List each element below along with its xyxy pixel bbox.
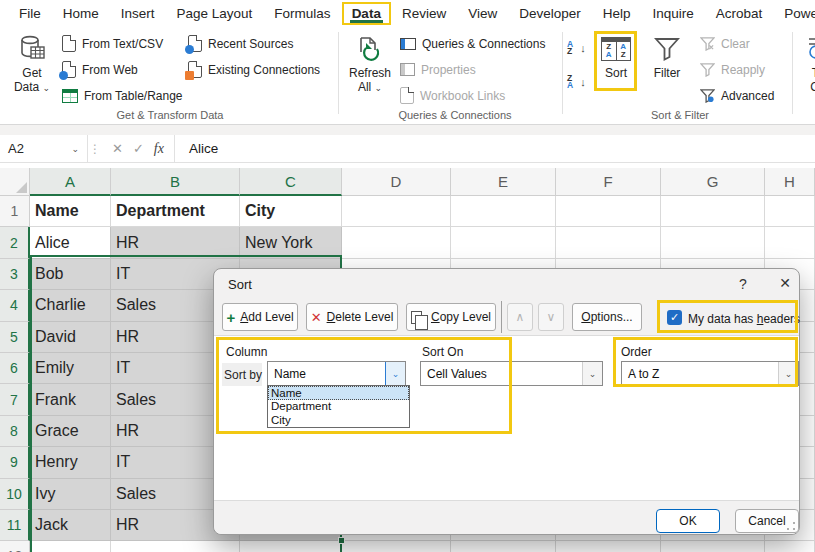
column-combo-chevron-icon[interactable]: ⌄ (385, 362, 405, 385)
row-header-8[interactable]: 8 (0, 416, 30, 447)
sort-on-combo-chevron-icon[interactable]: ⌄ (582, 362, 602, 385)
sort-on-combo[interactable]: Cell Values ⌄ (420, 361, 603, 386)
cell-B1[interactable]: Department (111, 196, 240, 227)
row-header-12[interactable]: 12 (0, 541, 30, 552)
column-header-C[interactable]: C (240, 168, 342, 196)
advanced-filter-button[interactable]: Advanced (700, 84, 774, 107)
cell-A2[interactable]: Alice (30, 227, 111, 258)
dropdown-option-city[interactable]: City (268, 413, 409, 427)
cell-E1[interactable] (451, 196, 556, 227)
cell-A11[interactable]: Jack (30, 510, 111, 541)
row-header-2[interactable]: 2 (0, 227, 30, 258)
select-all-corner[interactable] (0, 168, 30, 196)
menu-tab-acrobat[interactable]: Acrobat (705, 2, 774, 25)
sort-ascending-button[interactable]: AZ↓ (567, 36, 586, 59)
menu-tab-power-p[interactable]: Power P (773, 2, 815, 25)
cell-F1[interactable] (556, 196, 661, 227)
column-header-B[interactable]: B (111, 168, 240, 196)
cell-A4[interactable]: Charlie (30, 290, 111, 321)
insert-function-icon[interactable]: fx (154, 141, 164, 157)
cell-E12[interactable] (451, 541, 556, 552)
from-web-button[interactable]: From Web (62, 58, 138, 81)
row-header-11[interactable]: 11 (0, 510, 30, 541)
cell-H1[interactable] (765, 196, 815, 227)
cell-H12[interactable] (765, 541, 815, 552)
name-box-chevron-icon[interactable]: ⌄ (71, 144, 79, 154)
cell-G1[interactable] (661, 196, 765, 227)
recent-sources-button[interactable]: Recent Sources (188, 32, 293, 55)
existing-connections-button[interactable]: Existing Connections (188, 58, 320, 81)
cell-B2[interactable]: HR (111, 227, 240, 258)
get-data-button[interactable]: Get Data ⌄ (6, 30, 58, 106)
row-header-6[interactable]: 6 (0, 353, 30, 384)
menu-tab-view[interactable]: View (457, 2, 508, 25)
row-header-1[interactable]: 1 (0, 196, 30, 227)
add-level-button[interactable]: + Add Level (222, 303, 298, 331)
menu-tab-developer[interactable]: Developer (508, 2, 592, 25)
options-button[interactable]: Options... (572, 303, 642, 331)
order-combo-chevron-icon[interactable]: ⌄ (778, 362, 798, 385)
column-header-H[interactable]: H (765, 168, 815, 196)
row-header-9[interactable]: 9 (0, 447, 30, 478)
cell-C12[interactable] (240, 541, 342, 552)
cell-A10[interactable]: Ivy (30, 479, 111, 510)
text-to-columns-button[interactable]: Te Co (798, 30, 815, 106)
cell-H2[interactable] (765, 227, 815, 258)
cell-A12[interactable] (30, 541, 111, 552)
dialog-help-button[interactable]: ? (732, 276, 754, 292)
cell-A9[interactable]: Henry (30, 447, 111, 478)
queries-connections-button[interactable]: Queries & Connections (400, 32, 545, 55)
menu-tab-data[interactable]: Data (342, 2, 391, 25)
row-header-3[interactable]: 3 (0, 259, 30, 290)
delete-level-button[interactable]: ✕ Delete Level (306, 303, 398, 331)
menu-tab-formulas[interactable]: Formulas (263, 2, 341, 25)
column-combo[interactable]: Name ⌄ (267, 361, 406, 386)
copy-level-button[interactable]: Copy Level (406, 303, 496, 331)
cell-A8[interactable]: Grace (30, 416, 111, 447)
column-header-D[interactable]: D (342, 168, 451, 196)
menu-tab-inquire[interactable]: Inquire (642, 2, 705, 25)
column-header-E[interactable]: E (451, 168, 556, 196)
refresh-all-button[interactable]: Refresh All ⌄ (344, 30, 396, 106)
cell-A6[interactable]: Emily (30, 353, 111, 384)
cell-B12[interactable] (111, 541, 240, 552)
row-header-10[interactable]: 10 (0, 479, 30, 510)
cell-F12[interactable] (556, 541, 661, 552)
dropdown-option-name[interactable]: Name (268, 386, 409, 400)
column-header-G[interactable]: G (661, 168, 765, 196)
cell-A5[interactable]: David (30, 322, 111, 353)
cell-D2[interactable] (342, 227, 451, 258)
cell-A3[interactable]: Bob (30, 259, 111, 290)
cell-D12[interactable] (342, 541, 451, 552)
cancel-entry-icon[interactable]: ✕ (112, 141, 123, 156)
ok-button[interactable]: OK (656, 509, 720, 533)
column-header-F[interactable]: F (556, 168, 661, 196)
menu-tab-insert[interactable]: Insert (110, 2, 166, 25)
enter-entry-icon[interactable]: ✓ (133, 141, 144, 156)
formula-bar-handle[interactable]: ⋮ (88, 142, 102, 156)
name-box[interactable]: A2 ⌄ (0, 135, 88, 163)
from-text-csv-button[interactable]: From Text/CSV (62, 32, 163, 55)
resize-grip[interactable] (786, 521, 796, 531)
dialog-close-button[interactable]: ✕ (774, 275, 796, 291)
row-header-5[interactable]: 5 (0, 322, 30, 353)
cell-C1[interactable]: City (240, 196, 342, 227)
cell-A1[interactable]: Name (30, 196, 111, 227)
order-combo[interactable]: A to Z ⌄ (621, 361, 799, 386)
sort-button[interactable]: ZA AZ Sort (598, 30, 634, 106)
menu-tab-home[interactable]: Home (52, 2, 110, 25)
cell-F2[interactable] (556, 227, 661, 258)
my-data-has-headers-checkbox[interactable]: ✓ (667, 310, 682, 325)
cell-E2[interactable] (451, 227, 556, 258)
from-table-range-button[interactable]: From Table/Range (62, 84, 183, 107)
row-header-7[interactable]: 7 (0, 384, 30, 415)
dropdown-option-department[interactable]: Department (268, 400, 409, 414)
cell-D1[interactable] (342, 196, 451, 227)
menu-tab-help[interactable]: Help (592, 2, 642, 25)
menu-tab-file[interactable]: File (8, 2, 52, 25)
row-header-4[interactable]: 4 (0, 290, 30, 321)
sort-descending-button[interactable]: ZA↓ (567, 70, 586, 93)
formula-bar-content[interactable]: Alice (175, 141, 218, 156)
cell-A7[interactable]: Frank (30, 384, 111, 415)
menu-tab-page-layout[interactable]: Page Layout (166, 2, 264, 25)
